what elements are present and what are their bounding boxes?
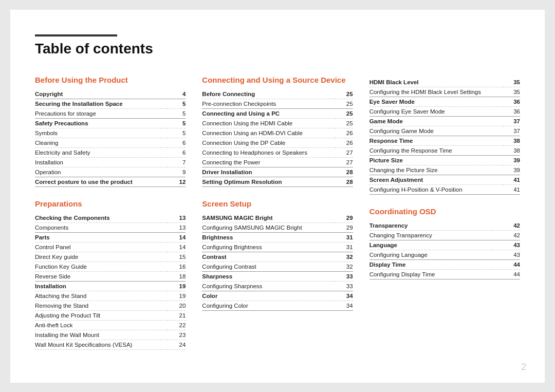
title-bar [35,34,117,36]
table-row: Configuring the Response Time38 [369,145,520,155]
row-number: 38 [503,145,520,155]
row-label: Installation [35,157,166,167]
row-number: 29 [334,222,353,232]
row-label: Precautions for storage [35,108,166,118]
row-number: 5 [166,108,186,118]
row-label: Parts [35,232,166,242]
row-number: 44 [493,259,520,269]
row-label: Configuring the HDMI Black Level Setting… [369,87,503,97]
page: Table of contents Before Using the Produ… [10,10,545,383]
table-row: Brightness31 [202,232,353,242]
row-number: 27 [335,157,353,167]
row-number: 6 [166,147,186,157]
row-label: Attaching the Stand [35,291,166,301]
row-number: 20 [166,301,186,310]
table-row: Driver Installation28 [202,167,353,177]
row-label: Configuring Brightness [202,242,334,252]
table-row: Copyright4 [35,89,186,99]
row-label: Eye Saver Mode [369,97,503,106]
row-number: 29 [334,213,353,223]
row-number: 16 [166,262,186,271]
col-1: Before Using the ProductCopyright4Securi… [35,76,202,362]
row-label: Configuring the Response Time [369,145,503,155]
row-number: 35 [503,87,520,97]
table-row: Screen Adjustment41 [369,175,520,184]
row-label: Configuring Language [369,250,493,259]
row-label: Connection Using an HDMI-DVI Cable [202,128,335,138]
row-label: Reverse Side [35,271,166,281]
table-row: Eye Saver Mode36 [369,97,520,106]
row-number: 34 [334,291,353,301]
table-row: Checking the Components13 [35,213,186,223]
row-label: Brightness [202,232,334,242]
row-label: Pre-connection Checkpoints [202,99,335,108]
row-label: Picture Size [369,155,503,165]
table-row: Configuring Display Time44 [369,269,520,279]
table-row: Connection Using an HDMI-DVI Cable26 [202,128,353,138]
row-number: 33 [334,281,353,291]
row-number: 44 [493,269,520,279]
row-label: Configuring Game Mode [369,126,503,136]
row-number: 42 [493,221,520,231]
row-number: 13 [166,222,186,232]
table-row: Game Mode37 [369,116,520,126]
table-row: Response Time38 [369,136,520,145]
row-label: Changing Transparency [369,230,493,240]
row-label: Operation [35,167,166,177]
row-label: Control Panel [35,242,166,252]
row-label: Checking the Components [35,213,166,223]
row-label: Before Connecting [202,89,335,99]
row-label: Sharpness [202,271,334,281]
row-number: 38 [503,136,520,145]
row-number: 14 [166,232,186,242]
toc-table: Checking the Components13Components13Par… [35,213,186,350]
row-number: 23 [166,330,186,340]
toc-table: HDMI Black Level35Configuring the HDMI B… [369,78,520,195]
row-number: 36 [503,97,520,106]
table-row: Sharpness33 [202,271,353,281]
row-number: 14 [166,242,186,252]
row-label: Configuring Sharpness [202,281,334,291]
row-number: 25 [335,99,353,108]
row-number: 13 [166,213,186,223]
row-number: 5 [166,99,186,108]
table-row: Language43 [369,240,520,250]
row-label: Direct Key guide [35,252,166,262]
table-row: Contrast32 [202,252,353,262]
row-number: 5 [166,118,186,128]
section-heading: Preparations [35,199,186,208]
table-row: Configuring SAMSUNG MAGIC Bright29 [202,222,353,232]
row-label: Cleaning [35,138,166,147]
table-row: SAMSUNG MAGIC Bright29 [202,213,353,223]
row-number: 27 [335,147,353,157]
table-row: Connection Using the HDMI Cable25 [202,118,353,128]
row-label: Connecting the Power [202,157,335,167]
row-number: 6 [166,138,186,147]
row-number: 12 [166,177,186,186]
row-number: 37 [503,116,520,126]
table-row: Connection Using the DP Cable26 [202,138,353,147]
table-row: Direct Key guide15 [35,252,186,262]
table-row: Before Connecting25 [202,89,353,99]
table-row: Changing the Picture Size39 [369,165,520,175]
row-label: Driver Installation [202,167,335,177]
table-row: Connecting and Using a PC25 [202,108,353,118]
table-row: Transparency42 [369,221,520,231]
table-row: Adjusting the Product Tilt21 [35,310,186,320]
table-row: Configuring the HDMI Black Level Setting… [369,87,520,97]
row-label: Configuring Contrast [202,262,334,271]
table-row: Cleaning6 [35,138,186,147]
table-row: Electricity and Safety6 [35,147,186,157]
row-label: Configuring Display Time [369,269,493,279]
row-label: Configuring Color [202,301,334,310]
table-row: Control Panel14 [35,242,186,252]
col-3: HDMI Black Level35Configuring the HDMI B… [369,76,520,362]
row-number: 39 [503,165,520,175]
row-label: Display Time [369,259,493,269]
row-number: 41 [503,175,520,184]
table-row: Safety Precautions5 [35,118,186,128]
row-label: Installing the Wall Mount [35,330,166,340]
table-row: Function Key Guide16 [35,262,186,271]
row-number: 35 [503,78,520,87]
table-row: Configuring Color34 [202,301,353,310]
